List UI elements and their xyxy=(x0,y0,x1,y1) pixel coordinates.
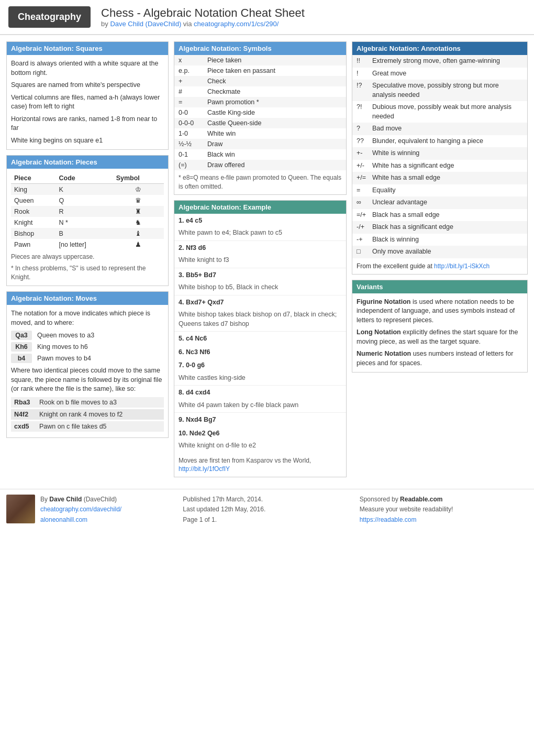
move-table-desc: Knight on rank 4 moves to f2 xyxy=(39,411,123,418)
footer-sponsor-desc: Measure your website readability! xyxy=(360,505,528,514)
sym-desc: Pawn promotion * xyxy=(207,98,259,106)
annot-footer-link[interactable]: http://bit.ly/1-iSkXch xyxy=(434,262,490,270)
footer-author-link2: aloneonahill.com xyxy=(40,515,174,525)
footer-left: By Dave Child (DaveChild) cheatography.c… xyxy=(6,495,174,525)
sym-code: (=) xyxy=(179,161,207,169)
move-code: Kh6 xyxy=(11,342,32,352)
annot-sym: ∞ xyxy=(357,198,372,207)
pieces-notes: Pieces are always uppercase. * In chess … xyxy=(11,253,164,281)
piece-symbol: ♜ xyxy=(113,206,164,217)
moves-intro: The notation for a move indicates which … xyxy=(11,309,164,327)
sym-desc: Piece taken xyxy=(207,57,241,64)
list-item: ?? Blunder, equivalent to hanging a piec… xyxy=(352,135,527,148)
pieces-table: Piece Code Symbol King K ♔Queen Q ♛Rook … xyxy=(11,173,164,250)
list-item: 0-0 Castle King-side xyxy=(174,107,346,118)
annot-desc: White has a significant edge xyxy=(372,161,454,171)
example-move-num: 4. Bxd7+ Qxd7 xyxy=(174,295,346,309)
footer-cheatography-link[interactable]: cheatography.com/davechild/ xyxy=(40,506,121,513)
pieces-section: Algebraic Notation: Pieces Piece Code Sy… xyxy=(6,155,169,286)
table-row: Pawn [no letter] ♟ xyxy=(11,239,164,250)
page-footer: By Dave Child (DaveChild) cheatography.c… xyxy=(0,489,534,530)
footer-sponsor-text: Sponsored by Readable.com xyxy=(360,495,528,505)
footer-sponsor-link: https://readable.com xyxy=(360,515,528,525)
list-item: Rba3 Rook on b file moves to a3 xyxy=(11,397,164,408)
sponsor-prefix: Sponsored by xyxy=(360,496,398,503)
annot-sym: ? xyxy=(357,124,372,134)
example-move-num: 5. c4 Nc6 xyxy=(174,332,346,345)
sponsor-name: Readable.com xyxy=(400,496,442,503)
author-link[interactable]: Dave Child (DaveChild) xyxy=(110,20,181,28)
example-move-num: 6. Nc3 Nf6 xyxy=(174,345,346,359)
annot-sym: +- xyxy=(357,149,372,158)
annot-desc: Blunder, equivalent to hanging a piece xyxy=(372,137,483,146)
left-column: Algebraic Notation: Squares Board is alw… xyxy=(6,41,169,438)
pieces-col-symbol: Symbol xyxy=(113,173,164,184)
annotations-footer: From the excellent guide at http://bit.l… xyxy=(352,258,527,274)
footer-author-info: By Dave Child (DaveChild) cheatography.c… xyxy=(40,495,174,525)
footer-updated: Last updated 12th May, 2016. xyxy=(183,505,351,514)
long-notation-bold: Long Notation xyxy=(357,328,401,336)
moves-section: Algebraic Notation: Moves The notation f… xyxy=(6,291,169,438)
annot-sym: +/- xyxy=(357,161,372,171)
title-area: Chess - Algebraic Notation Cheat Sheet b… xyxy=(101,6,305,28)
list-item: 1-0 White win xyxy=(174,128,346,139)
move-desc: King moves to h6 xyxy=(37,343,88,350)
annot-sym: □ xyxy=(357,247,372,257)
example-move-num: 10. Nde2 Qe6 xyxy=(174,426,346,440)
move-table-code: cxd5 xyxy=(14,423,39,430)
variants-p2: Long Notation explicitly defines the sta… xyxy=(357,328,523,346)
sym-code: # xyxy=(179,88,207,95)
annot-sym: ! xyxy=(357,69,372,79)
annot-desc: Dubious move, possibly weak but more ana… xyxy=(372,103,523,121)
moves-table: Rba3 Rook on b file moves to a3N4f2 Knig… xyxy=(11,397,164,432)
annot-sym: = xyxy=(357,186,372,195)
author-avatar xyxy=(6,495,35,523)
annotations-section: Algebraic Notation: Annotations !! Extre… xyxy=(352,41,528,275)
page-header: Cheatography Chess - Algebraic Notation … xyxy=(0,0,534,35)
example-move-explanation: White d4 pawn taken by c-file black pawn xyxy=(174,399,346,413)
annot-desc: White has a small edge xyxy=(372,173,440,183)
piece-name: Rook xyxy=(11,206,56,217)
sym-code: 0-1 xyxy=(179,151,207,158)
piece-code: R xyxy=(56,206,113,217)
example-header: Algebraic Notation: Example xyxy=(174,201,346,214)
pieces-col-code: Code xyxy=(56,173,113,184)
annot-sym: ?? xyxy=(357,137,372,146)
list-item: + Check xyxy=(174,76,346,86)
annot-desc: Black has a significant edge xyxy=(372,223,453,232)
move-table-code: N4f2 xyxy=(14,411,39,418)
list-item: +- White is winning xyxy=(352,147,527,160)
footer-author-link1: cheatography.com/davechild/ xyxy=(40,505,174,514)
piece-symbol: ♞ xyxy=(113,217,164,228)
piece-code: B xyxy=(56,228,113,239)
list-item: +/= White has a small edge xyxy=(352,172,527,184)
piece-name: Knight xyxy=(11,217,56,228)
sponsor-link[interactable]: https://readable.com xyxy=(360,516,417,523)
move-example: Kh6 King moves to h6 xyxy=(11,342,164,352)
squares-item-3: Vertical columns are files, named a-h (a… xyxy=(11,93,164,112)
list-item: □ Only move available xyxy=(352,246,527,258)
squares-content: Board is always oriented with a white sq… xyxy=(7,55,168,149)
footer-personal-link[interactable]: aloneonahill.com xyxy=(40,516,87,523)
sym-code: e.p. xyxy=(179,67,207,74)
site-link[interactable]: cheatography.com/1/cs/290/ xyxy=(194,20,279,28)
move-code: Qa3 xyxy=(11,331,32,340)
table-row: King K ♔ xyxy=(11,184,164,195)
list-item: N4f2 Knight on rank 4 moves to f2 xyxy=(11,409,164,420)
sym-desc: Draw offered xyxy=(207,161,244,169)
annot-sym: +/= xyxy=(357,173,372,183)
annot-desc: Black has a small edge xyxy=(372,211,440,220)
list-item: ! Great move xyxy=(352,68,527,80)
pieces-col-piece: Piece xyxy=(11,173,56,184)
pieces-note-1: Pieces are always uppercase. xyxy=(11,253,164,261)
sym-desc: Check xyxy=(207,78,226,85)
table-row: Rook R ♜ xyxy=(11,206,164,217)
move-table-desc: Rook on b file moves to a3 xyxy=(39,399,117,406)
list-item: 0-0-0 Castle Queen-side xyxy=(174,118,346,128)
annot-desc: Bad move xyxy=(372,124,402,134)
list-item: e.p. Piece taken en passant xyxy=(174,65,346,76)
sym-code: 1-0 xyxy=(179,130,207,137)
annot-sym: !! xyxy=(357,57,372,66)
move-desc: Pawn moves to b4 xyxy=(37,355,91,362)
example-footer-link[interactable]: http://bit.ly/1fOcfIY xyxy=(179,465,230,473)
